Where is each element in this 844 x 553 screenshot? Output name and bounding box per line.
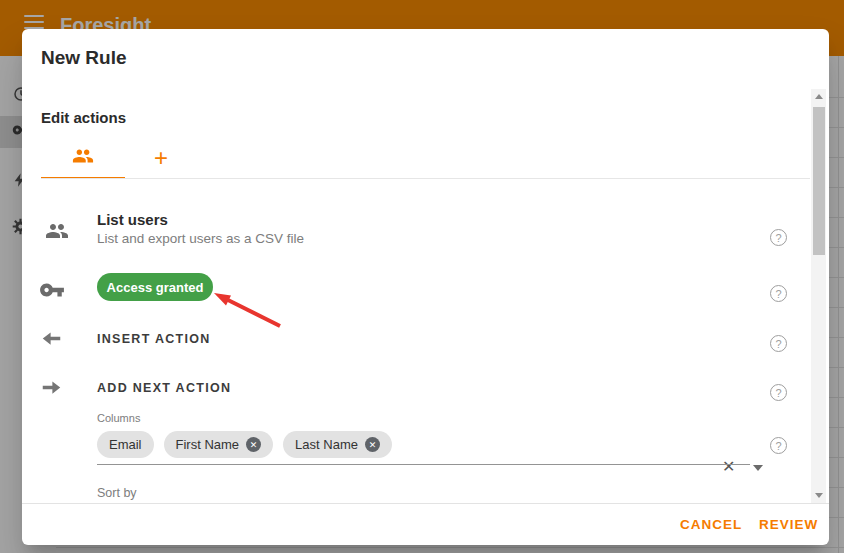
arrow-right-icon xyxy=(41,377,62,402)
remove-glyph: ✕ xyxy=(369,440,377,450)
scroll-down-icon[interactable] xyxy=(815,493,823,498)
help-icon[interactable]: ? xyxy=(770,285,787,302)
chevron-down-icon[interactable] xyxy=(753,465,763,471)
chip-remove-icon[interactable]: ✕ xyxy=(365,437,380,452)
help-icon[interactable]: ? xyxy=(770,384,787,401)
chip-label: Email xyxy=(109,437,142,452)
help-glyph: ? xyxy=(775,287,781,299)
columns-chip-list: Email First Name ✕ Last Name ✕ xyxy=(97,431,392,458)
chip-last-name[interactable]: Last Name ✕ xyxy=(283,431,392,458)
help-glyph: ? xyxy=(775,337,781,349)
add-next-action-button[interactable]: ADD NEXT ACTION xyxy=(97,381,231,395)
tab-add-action[interactable]: + xyxy=(125,139,197,177)
plus-icon: + xyxy=(154,146,168,170)
help-glyph: ? xyxy=(775,386,781,398)
chip-remove-icon[interactable]: ✕ xyxy=(246,437,261,452)
sort-by-label: Sort by xyxy=(97,486,137,500)
action-title[interactable]: List users xyxy=(97,211,168,228)
people-icon xyxy=(72,145,94,171)
help-glyph: ? xyxy=(775,439,781,451)
help-icon[interactable]: ? xyxy=(770,229,787,246)
scroll-up-icon[interactable] xyxy=(815,94,823,99)
chip-email[interactable]: Email xyxy=(97,431,154,458)
annotation-arrow xyxy=(206,286,290,334)
chip-first-name[interactable]: First Name ✕ xyxy=(164,431,274,458)
review-button[interactable]: REVIEW xyxy=(759,517,818,532)
help-icon[interactable]: ? xyxy=(770,437,787,454)
footer-divider xyxy=(22,503,829,504)
key-icon xyxy=(39,277,65,307)
cancel-button[interactable]: CANCEL xyxy=(680,517,742,532)
tab-divider xyxy=(41,178,810,179)
tab-action-users[interactable] xyxy=(41,139,125,179)
help-glyph: ? xyxy=(775,231,781,243)
chip-label: First Name xyxy=(176,437,240,452)
new-rule-dialog: New Rule Edit actions + List users List … xyxy=(22,29,829,545)
columns-label: Columns xyxy=(97,412,140,424)
dialog-title: New Rule xyxy=(41,47,127,69)
insert-action-button[interactable]: INSERT ACTION xyxy=(97,332,211,346)
access-granted-badge[interactable]: Access granted xyxy=(97,273,213,301)
screen: Foresight New Rule Edit actions xyxy=(0,0,844,553)
columns-field-underline xyxy=(97,464,750,465)
arrow-left-icon xyxy=(41,328,62,353)
action-subtitle: List and export users as a CSV file xyxy=(97,231,304,246)
remove-glyph: ✕ xyxy=(250,440,258,450)
dialog-scrollbar[interactable] xyxy=(811,89,826,503)
edit-actions-heading: Edit actions xyxy=(41,109,126,126)
scrollbar-thumb[interactable] xyxy=(813,107,825,255)
people-icon xyxy=(45,219,69,247)
clear-selection-icon[interactable]: ✕ xyxy=(722,457,735,476)
chip-label: Last Name xyxy=(295,437,358,452)
help-icon[interactable]: ? xyxy=(770,335,787,352)
